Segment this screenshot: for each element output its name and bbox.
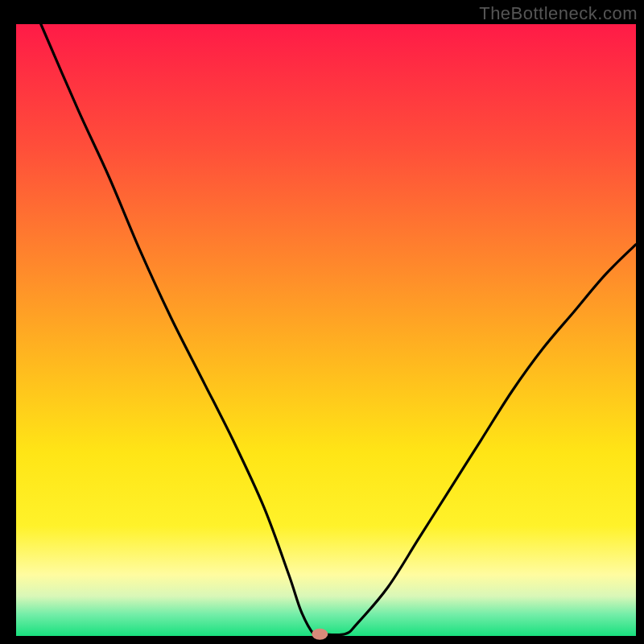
plot-background (16, 24, 636, 636)
optimal-marker (312, 629, 328, 640)
bottleneck-chart (0, 0, 644, 644)
watermark-label: TheBottleneck.com (479, 3, 638, 24)
chart-frame: TheBottleneck.com (0, 0, 644, 644)
